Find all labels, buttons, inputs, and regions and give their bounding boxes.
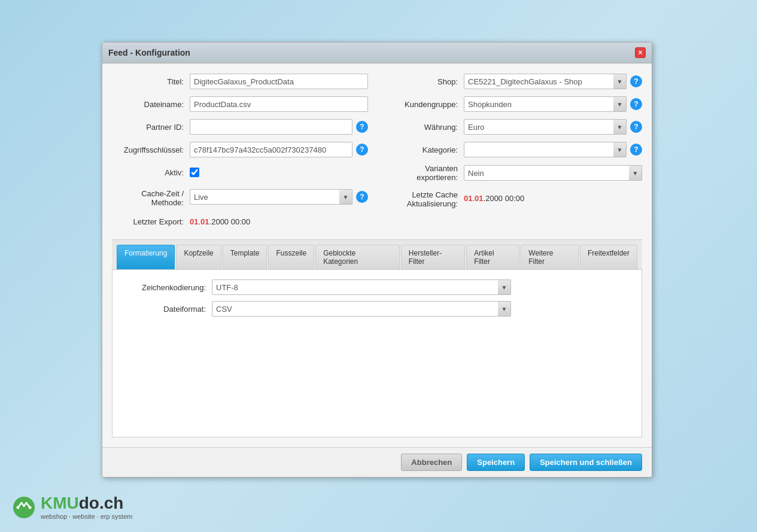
letzte-cache-month: 01 — [475, 194, 483, 203]
form-grid: Titel: Dateiname: Partner ID: ? — [112, 73, 642, 232]
partner-id-label: Partner ID: — [112, 123, 190, 132]
partner-id-help-button[interactable]: ? — [356, 121, 368, 133]
varianten-select[interactable]: Nein — [464, 165, 642, 181]
tab-fusszeile[interactable]: Fusszeile — [268, 245, 314, 269]
dialog-body: Titel: Dateiname: Partner ID: ? — [102, 63, 652, 447]
tab-geblockte-kategorien[interactable]: Geblockte Kategorien — [315, 245, 400, 269]
shop-help-button[interactable]: ? — [630, 75, 642, 87]
waehrung-select[interactable]: Euro — [464, 119, 627, 135]
waehrung-select-arrow[interactable]: ▼ — [613, 119, 627, 135]
logo-kmu: KMU — [41, 494, 79, 512]
form-row-aktiv: Aktiv: — [112, 164, 368, 181]
zeichenkodierung-wrapper: UTF-8 ▼ — [212, 279, 511, 295]
form-row-varianten: Varianten exportieren: Nein ▼ — [386, 164, 642, 182]
logo-do: do.ch — [79, 494, 124, 512]
aktiv-label: Aktiv: — [112, 168, 190, 177]
cancel-button[interactable]: Abbrechen — [401, 454, 462, 471]
tab-row-zeichenkodierung: Zeichenkodierung: UTF-8 ▼ — [122, 279, 632, 295]
partner-id-input[interactable] — [190, 119, 352, 135]
tab-formatierung[interactable]: Formatierung — [117, 245, 175, 269]
logo-subtitle: webshop · website · erp system — [41, 513, 132, 520]
svg-point-2 — [29, 506, 32, 509]
varianten-select-arrow[interactable]: ▼ — [629, 165, 642, 181]
dateiname-label: Dateiname: — [112, 100, 190, 109]
cache-select[interactable]: Live — [190, 189, 352, 205]
save-close-button[interactable]: Speichern und schließen — [530, 454, 642, 471]
form-row-titel: Titel: — [112, 73, 368, 90]
kategorie-select-arrow[interactable]: ▼ — [613, 142, 627, 157]
tab-row-dateiformat: Dateiformat: CSV ▼ — [122, 301, 632, 317]
dateiformat-wrapper: CSV ▼ — [212, 301, 511, 317]
shop-wrapper: CE5221_DigitechGalaxus - Shop ▼ ? — [464, 74, 642, 89]
shop-label: Shop: — [386, 77, 464, 86]
kategorie-label: Kategorie: — [386, 145, 464, 154]
form-row-letzte-cache: Letzte Cache Aktualisierung: 01.01.2000 … — [386, 188, 642, 208]
kategorie-wrapper: ▼ ? — [464, 142, 642, 157]
dialog-footer: Abbrechen Speichern Speichern und schlie… — [102, 447, 652, 477]
zeichenkodierung-select[interactable]: UTF-8 — [212, 279, 511, 295]
form-section-left: Titel: Dateiname: Partner ID: ? — [112, 73, 368, 232]
zugriffsschluessel-label: Zugriffsschlüssel: — [112, 145, 190, 154]
form-section-right: Shop: CE5221_DigitechGalaxus - Shop ▼ ? … — [386, 73, 642, 232]
letzter-export-day: 01 — [190, 217, 198, 226]
waehrung-wrapper: Euro ▼ ? — [464, 119, 642, 135]
form-row-kundengruppe: Kundengruppe: Shopkunden ▼ ? — [386, 96, 642, 113]
kundengruppe-label: Kundengruppe: — [386, 100, 464, 109]
form-row-shop: Shop: CE5221_DigitechGalaxus - Shop ▼ ? — [386, 73, 642, 90]
form-row-waehrung: Währung: Euro ▼ ? — [386, 118, 642, 135]
titel-label: Titel: — [112, 77, 190, 86]
tab-weitere-filter[interactable]: Weitere Filter — [521, 245, 579, 269]
kategorie-help-button[interactable]: ? — [630, 144, 642, 156]
letzter-export-value: 01.01.2000 00:00 — [190, 217, 250, 226]
zeichenkodierung-label: Zeichenkodierung: — [122, 283, 212, 292]
shop-select-arrow[interactable]: ▼ — [613, 74, 627, 89]
zeichenkodierung-select-arrow[interactable]: ▼ — [498, 279, 511, 295]
form-row-cache: Cache-Zeit / Methode: Live ▼ ? — [112, 187, 368, 207]
letzte-cache-day: 01 — [464, 194, 472, 203]
tabs-bar: Formatierung Kopfzeile Template Fusszeil… — [112, 240, 642, 270]
dateiformat-label: Dateiformat: — [122, 305, 212, 314]
kundengruppe-wrapper: Shopkunden ▼ ? — [464, 96, 642, 112]
tab-freitextfelder[interactable]: Freitextfelder — [580, 245, 637, 269]
form-row-letzter-export: Letzter Export: 01.01.2000 00:00 — [112, 213, 368, 230]
logo-text-area: KMUdo.ch webshop · website · erp system — [41, 494, 132, 520]
tab-artikel-filter[interactable]: Artikel Filter — [466, 245, 519, 269]
save-button[interactable]: Speichern — [467, 454, 525, 471]
letzte-cache-rest: .2000 00:00 — [484, 194, 525, 203]
waehrung-help-button[interactable]: ? — [630, 121, 642, 133]
logo-area: KMUdo.ch webshop · website · erp system — [12, 494, 132, 520]
partner-id-wrapper: ? — [190, 119, 368, 135]
dateiformat-select-arrow[interactable]: ▼ — [498, 301, 511, 317]
varianten-label: Varianten exportieren: — [386, 164, 464, 182]
svg-point-1 — [17, 506, 20, 509]
svg-point-0 — [13, 497, 35, 518]
feed-konfiguration-dialog: Feed - Konfiguration × Titel: Dateiname:… — [102, 42, 652, 478]
tab-kopfzeile[interactable]: Kopfzeile — [176, 245, 221, 269]
dialog-titlebar: Feed - Konfiguration × — [102, 42, 652, 63]
cache-select-arrow[interactable]: ▼ — [339, 189, 352, 205]
titel-input[interactable] — [190, 74, 368, 89]
kundengruppe-select[interactable]: Shopkunden — [464, 96, 627, 112]
letzte-cache-value: 01.01.2000 00:00 — [464, 194, 524, 203]
close-button[interactable]: × — [635, 47, 646, 58]
form-row-kategorie: Kategorie: ▼ ? — [386, 141, 642, 158]
zugriffsschluessel-input[interactable] — [190, 142, 352, 157]
dateiname-input[interactable] — [190, 96, 368, 112]
letzte-cache-label: Letzte Cache Aktualisierung: — [386, 188, 464, 208]
form-row-dateiname: Dateiname: — [112, 96, 368, 113]
kategorie-select[interactable] — [464, 142, 627, 157]
tab-template[interactable]: Template — [223, 245, 267, 269]
kundengruppe-help-button[interactable]: ? — [630, 98, 642, 110]
zugriffsschluessel-help-button[interactable]: ? — [356, 144, 368, 156]
kundengruppe-select-arrow[interactable]: ▼ — [613, 96, 627, 112]
cache-wrapper: Live ▼ ? — [190, 189, 368, 205]
dateiformat-select[interactable]: CSV — [212, 301, 511, 317]
letzter-export-month: 01 — [200, 217, 209, 226]
cache-help-button[interactable]: ? — [356, 191, 368, 203]
waehrung-label: Währung: — [386, 123, 464, 132]
form-row-zugriffsschluessel: Zugriffsschlüssel: ? — [112, 141, 368, 158]
tab-hersteller-filter[interactable]: Hersteller-Filter — [401, 245, 466, 269]
aktiv-checkbox[interactable] — [190, 168, 199, 177]
kmu-logo-icon — [12, 495, 36, 519]
shop-select[interactable]: CE5221_DigitechGalaxus - Shop — [464, 74, 627, 89]
